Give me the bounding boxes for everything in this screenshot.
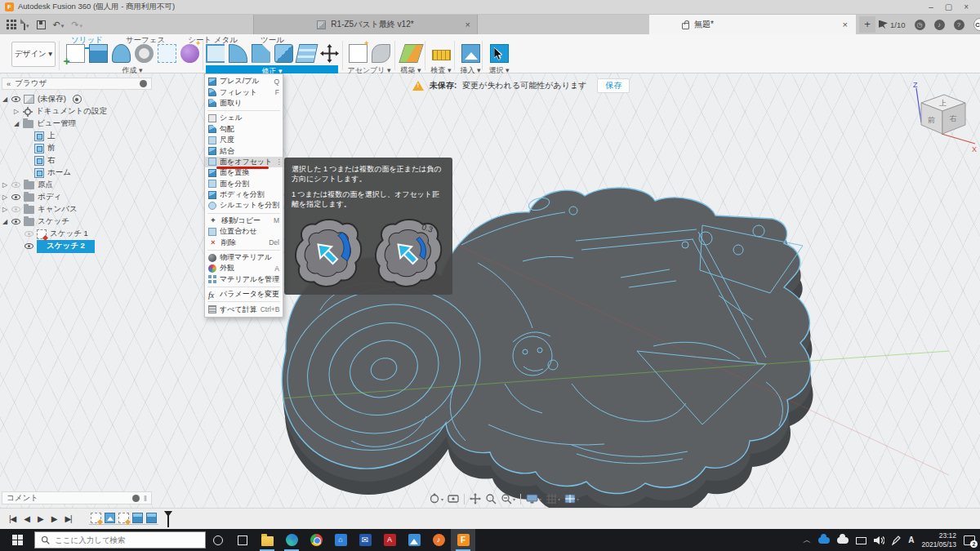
tab-untitled[interactable]: 無題* × xyxy=(649,15,856,34)
timeline-canvas-feature[interactable] xyxy=(105,513,115,523)
menu-item-move-copy[interactable]: +移動/コピーM xyxy=(205,216,283,226)
look-at-button[interactable] xyxy=(447,492,460,505)
panel-resize-handle[interactable]: ‖ xyxy=(144,494,147,503)
chamfer-icon[interactable] xyxy=(252,44,270,63)
minimize-button[interactable]: – xyxy=(929,2,933,11)
menu-item-split-body[interactable]: ボディを分割 xyxy=(205,189,283,200)
maximize-button[interactable]: ▢ xyxy=(945,2,952,11)
tree-item-view-management[interactable]: ◢ ビュー管理 xyxy=(2,118,152,130)
taskbar-mail[interactable]: ✉ xyxy=(353,529,377,551)
hole-icon[interactable] xyxy=(135,44,154,63)
timeline-sketch-feature[interactable] xyxy=(118,513,129,523)
panel-options-icon[interactable] xyxy=(140,80,147,87)
insert-image-icon[interactable] xyxy=(461,44,480,63)
tray-expand-icon[interactable]: ︿ xyxy=(803,535,811,546)
tree-item-bodies[interactable]: ▷ ボディ xyxy=(2,191,152,203)
tree-label-selected[interactable]: スケッチ 2 xyxy=(37,240,95,253)
cortana-button[interactable] xyxy=(206,529,230,551)
display-settings-button[interactable]: ▾ xyxy=(525,492,542,505)
tree-item-document[interactable]: ◢ (未保存) xyxy=(2,93,152,105)
revolve-icon[interactable] xyxy=(112,44,131,63)
visibility-eye-icon[interactable] xyxy=(11,182,20,188)
menu-item-align[interactable]: 位置合わせ xyxy=(205,226,283,237)
timeline-next-icon[interactable]: ▶ xyxy=(49,514,60,523)
menu-item-press-pull[interactable]: プレス/プルQ xyxy=(205,76,283,87)
menu-item-combine[interactable]: 結合 xyxy=(205,145,283,156)
ime-indicator[interactable]: A xyxy=(908,535,914,544)
tree-item-sketch2-selected[interactable]: スケッチ 2 xyxy=(2,240,152,252)
timeline-prev-icon[interactable]: ◀ xyxy=(21,514,32,523)
help-icon[interactable]: ? xyxy=(954,20,964,30)
menu-item-offset-face[interactable]: 面をオフセット⋮ xyxy=(205,157,283,167)
onedrive-icon[interactable] xyxy=(818,537,830,544)
task-view-button[interactable] xyxy=(230,529,255,551)
new-tab-button[interactable]: + xyxy=(859,16,875,33)
taskbar-search[interactable] xyxy=(34,531,206,549)
close-window-button[interactable]: × xyxy=(964,2,969,11)
tree-item-sketch1[interactable]: スケッチ 1 xyxy=(2,228,152,240)
taskbar-acrobat[interactable]: A xyxy=(377,529,402,551)
viewcube-top-face[interactable]: 上 xyxy=(939,99,947,107)
taskbar-photos[interactable] xyxy=(402,529,426,551)
menu-item-manage-materials[interactable]: マテリアルを管理 xyxy=(205,274,283,285)
view-cube[interactable]: Z X 上 前 右 xyxy=(897,80,978,153)
action-center-icon[interactable]: 2 xyxy=(964,535,975,545)
viewcube-front-face[interactable]: 前 xyxy=(928,116,935,124)
measure-icon[interactable] xyxy=(432,50,451,60)
joint-icon[interactable] xyxy=(372,44,390,63)
file-menu-button[interactable] xyxy=(24,20,29,29)
combine-icon[interactable] xyxy=(274,44,293,63)
visibility-eye-icon[interactable] xyxy=(11,207,20,212)
timeline-sketch-feature[interactable] xyxy=(91,513,101,523)
pattern-icon[interactable] xyxy=(158,44,176,63)
close-tab-icon[interactable]: × xyxy=(843,20,848,29)
caret-expanded-icon[interactable]: ◢ xyxy=(13,120,20,127)
save-icon[interactable] xyxy=(37,20,46,29)
timeline-extrude-feature[interactable] xyxy=(132,513,143,523)
timeline-first-icon[interactable]: |◀ xyxy=(7,514,18,523)
panel-options-icon[interactable] xyxy=(132,495,140,502)
clock-icon[interactable]: ◷ xyxy=(915,20,925,30)
menu-item-appearance[interactable]: 外観A xyxy=(205,263,283,273)
caret-collapsed-icon[interactable]: ▷ xyxy=(13,108,20,115)
workspace-switcher-button[interactable]: デザイン ▾ xyxy=(11,42,56,67)
search-input[interactable] xyxy=(55,535,185,544)
caret-expanded-icon[interactable]: ◢ xyxy=(2,96,8,103)
activate-component-icon[interactable] xyxy=(73,95,82,104)
menu-item-replace-face[interactable]: 面を置換 xyxy=(205,167,283,178)
menu-item-delete[interactable]: ×削除Del xyxy=(205,237,283,247)
menu-item-shell[interactable]: シェル xyxy=(205,113,283,123)
visibility-eye-icon[interactable] xyxy=(24,243,33,249)
save-link[interactable]: 保存 xyxy=(597,78,630,93)
pan-button[interactable] xyxy=(469,492,482,505)
undo-button[interactable]: ↶ xyxy=(53,20,65,30)
cloud-status-icon[interactable] xyxy=(837,537,849,544)
modeling-viewport[interactable]: 未保存: 変更が失われる可能性があります 保存 « ブラウザ ◢ (未保存) xyxy=(0,73,980,508)
timeline-position-marker[interactable] xyxy=(163,511,173,527)
caret-collapsed-icon[interactable]: ▷ xyxy=(2,206,8,213)
viewports-button[interactable]: ▾ xyxy=(564,492,580,505)
menu-item-scale[interactable]: 尺度 xyxy=(205,135,283,145)
tree-item-view-top[interactable]: 上 xyxy=(2,130,152,142)
collapse-panel-icon[interactable]: « xyxy=(7,79,11,88)
offset-face-icon[interactable] xyxy=(295,44,318,63)
grid-settings-button[interactable]: ▾ xyxy=(545,492,561,505)
pen-icon[interactable] xyxy=(892,535,901,545)
user-avatar[interactable]: CS xyxy=(973,18,980,31)
timeline-extrude-feature[interactable] xyxy=(146,513,157,523)
visibility-eye-icon[interactable] xyxy=(24,231,33,237)
tree-item-canvases[interactable]: ▷ キャンバス xyxy=(2,203,152,216)
visibility-eye-icon[interactable] xyxy=(11,96,20,102)
new-component-icon[interactable] xyxy=(349,44,368,63)
create-sketch-icon[interactable] xyxy=(66,44,85,63)
visibility-eye-icon[interactable] xyxy=(11,194,20,200)
app-grid-icon[interactable] xyxy=(7,20,16,29)
extrude-icon[interactable] xyxy=(89,44,108,63)
taskbar-fusion360[interactable]: F xyxy=(451,529,475,551)
taskbar-explorer[interactable] xyxy=(255,529,279,551)
close-tab-icon[interactable]: × xyxy=(466,20,470,29)
caret-collapsed-icon[interactable]: ▷ xyxy=(2,181,8,189)
caret-collapsed-icon[interactable]: ▷ xyxy=(2,193,8,201)
visibility-eye-icon[interactable] xyxy=(11,219,20,224)
create-form-icon[interactable] xyxy=(180,44,199,63)
